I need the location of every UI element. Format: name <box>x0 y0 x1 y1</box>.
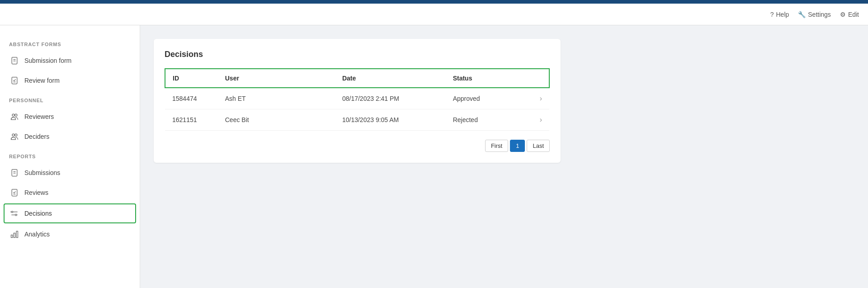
sidebar-section-personnel: PERSONNEL <box>0 90 140 107</box>
svg-point-17 <box>15 214 17 216</box>
sidebar-item-review-form[interactable]: Review form <box>0 71 140 90</box>
cell-user: Ash ET <box>218 88 335 109</box>
header-bar: ? Help 🔧 Settings ⚙ Edit <box>0 4 868 25</box>
cell-user: Ceec Bit <box>218 109 335 131</box>
filter-icon <box>10 209 19 218</box>
sidebar-item-label: Analytics <box>24 231 50 238</box>
sidebar-item-decisions[interactable]: Decisions <box>4 203 136 223</box>
pagination-first-button[interactable]: First <box>485 140 508 152</box>
cell-id: 1584474 <box>165 88 218 109</box>
edit-button[interactable]: ⚙ Edit <box>840 11 859 18</box>
checklist-icon <box>10 188 19 197</box>
col-header-user: User <box>218 69 335 88</box>
sidebar: ABSTRACT FORMS Submission form Review fo… <box>0 25 140 288</box>
sidebar-item-submissions[interactable]: Submissions <box>0 163 140 183</box>
sidebar-item-label: Submission form <box>24 57 71 64</box>
sidebar-item-reviewers[interactable]: Reviewers <box>0 107 140 127</box>
svg-point-5 <box>12 114 14 116</box>
sidebar-item-label: Review form <box>24 77 60 84</box>
svg-rect-22 <box>16 231 18 237</box>
decisions-card: Decisions ID User Date Status 1584474 As… <box>154 39 561 163</box>
cell-date: 08/17/2023 2:41 PM <box>335 88 446 109</box>
settings-label: Settings <box>808 11 831 18</box>
file-icon <box>10 168 19 177</box>
sidebar-section-reports: REPORTS <box>0 146 140 163</box>
help-button[interactable]: ? Help <box>770 11 789 18</box>
decisions-title: Decisions <box>165 50 550 59</box>
sidebar-item-deciders[interactable]: Deciders <box>0 127 140 146</box>
cell-status: Approved <box>446 88 532 109</box>
sidebar-item-reviews[interactable]: Reviews <box>0 183 140 203</box>
col-header-status: Status <box>446 69 532 88</box>
svg-rect-0 <box>12 57 17 64</box>
col-header-id: ID <box>165 69 218 88</box>
sidebar-item-label: Reviews <box>24 189 48 196</box>
sidebar-item-analytics[interactable]: Analytics <box>0 224 140 244</box>
settings-button[interactable]: 🔧 Settings <box>798 11 831 18</box>
sidebar-section-abstract-forms: ABSTRACT FORMS <box>0 34 140 51</box>
sidebar-item-label: Submissions <box>24 169 60 176</box>
top-bar <box>0 0 868 4</box>
svg-rect-20 <box>11 235 13 238</box>
cell-date: 10/13/2023 9:05 AM <box>335 109 446 131</box>
cell-arrow: › <box>531 88 549 109</box>
cell-id: 1621151 <box>165 109 218 131</box>
pagination-last-button[interactable]: Last <box>527 140 550 152</box>
svg-rect-9 <box>12 170 17 176</box>
file-icon <box>10 56 19 65</box>
cell-status: Rejected <box>446 109 532 131</box>
svg-point-14 <box>11 211 13 212</box>
svg-point-6 <box>15 114 17 116</box>
table-row[interactable]: 1621151 Ceec Bit 10/13/2023 9:05 AM Reje… <box>165 109 549 131</box>
wrench-icon: 🔧 <box>798 11 806 18</box>
decisions-table: ID User Date Status 1584474 Ash ET 08/17… <box>165 68 550 131</box>
sidebar-item-submission-form[interactable]: Submission form <box>0 51 140 71</box>
cell-arrow: › <box>531 109 549 131</box>
people-icon <box>10 112 19 121</box>
svg-rect-21 <box>14 233 15 238</box>
col-header-date: Date <box>335 69 446 88</box>
main-content: Decisions ID User Date Status 1584474 As… <box>140 25 868 288</box>
pagination: First 1 Last <box>165 140 550 152</box>
sidebar-item-label: Deciders <box>24 133 49 140</box>
pagination-page-1-button[interactable]: 1 <box>510 140 525 152</box>
svg-point-8 <box>15 134 17 136</box>
help-label: Help <box>776 11 789 18</box>
people-icon <box>10 132 19 141</box>
help-icon: ? <box>770 11 774 18</box>
checklist-icon <box>10 76 19 85</box>
table-row[interactable]: 1584474 Ash ET 08/17/2023 2:41 PM Approv… <box>165 88 549 109</box>
svg-point-7 <box>12 134 14 136</box>
sidebar-item-label: Decisions <box>24 210 52 217</box>
chevron-right-icon: › <box>540 94 542 102</box>
chevron-right-icon: › <box>540 116 542 123</box>
gear-icon: ⚙ <box>840 11 846 18</box>
edit-label: Edit <box>848 11 859 18</box>
col-header-arrow <box>531 69 549 88</box>
chart-icon <box>10 230 19 239</box>
sidebar-item-label: Reviewers <box>24 113 54 120</box>
